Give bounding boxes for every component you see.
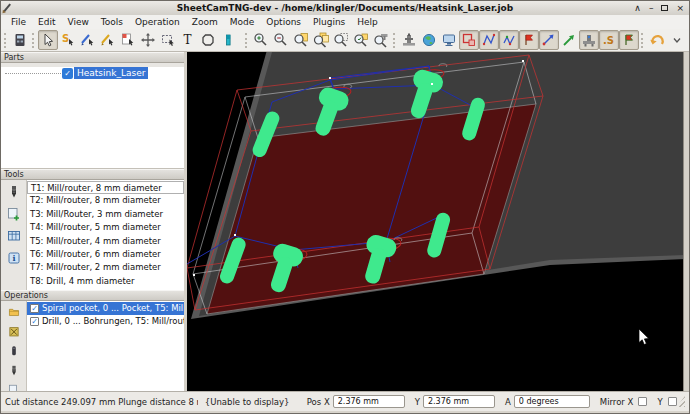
tool-row[interactable]: T6: Mill/router, 6 mm diameter: [27, 248, 184, 261]
post-processor-button[interactable]: [10, 30, 30, 50]
move-tool-button[interactable]: [138, 30, 158, 50]
maximize-button[interactable]: [661, 5, 668, 11]
operation-checkbox[interactable]: ✓: [30, 304, 39, 313]
show-3d-button[interactable]: [419, 30, 439, 50]
tool-info-icon[interactable]: i: [7, 251, 21, 265]
pos-y-field[interactable]: [423, 395, 495, 408]
tool-row[interactable]: T4: Mill/router, 5 mm diameter: [27, 221, 184, 234]
close-button[interactable]: ×: [676, 1, 684, 15]
minimize-button[interactable]: –: [649, 1, 654, 15]
menu-zoom[interactable]: Zoom: [186, 15, 224, 29]
new-tool-icon[interactable]: [7, 207, 21, 221]
main-toolbar: S T: [1, 29, 689, 52]
undo-button[interactable]: [647, 30, 667, 50]
tool-table-icon[interactable]: [7, 229, 21, 243]
tools-panel: i T1: Mill/router, 8 mm diameter T2: Mil…: [1, 180, 184, 290]
zoom-out-button[interactable]: [271, 30, 291, 50]
operations-list[interactable]: ✓ Spiral pocket, 0 ... Pocket, T5: Mill/…: [27, 301, 184, 396]
select-tool-button[interactable]: [38, 30, 58, 50]
svg-text:.S: .S: [603, 35, 614, 46]
toolbar-grip[interactable]: [32, 33, 35, 48]
menu-options[interactable]: Options: [260, 15, 307, 29]
menu-plugins[interactable]: Plugins: [307, 15, 351, 29]
menu-help[interactable]: Help: [351, 15, 384, 29]
mirror-y-checkbox[interactable]: [668, 397, 677, 406]
show-rapid-moves-button[interactable]: [479, 30, 499, 50]
zoom-job-button[interactable]: [311, 30, 331, 50]
operation-row[interactable]: ✓ Spiral pocket, 0 ... Pocket, T5: Mill/…: [27, 302, 184, 315]
material-icon: [461, 32, 477, 48]
menu-tools[interactable]: Tools: [95, 15, 129, 29]
tool-row[interactable]: T2: Mill/router, 8 mm diameter: [27, 194, 184, 207]
toolbar-grip[interactable]: [4, 33, 7, 48]
toolbar-overflow-button[interactable]: [667, 30, 687, 50]
show-2d-button[interactable]: [439, 30, 459, 50]
tools-list[interactable]: T1: Mill/router, 8 mm diameter T2: Mill/…: [27, 180, 184, 290]
operations-panel: ✓ Spiral pocket, 0 ... Pocket, T5: Mill/…: [1, 301, 184, 396]
resize-grip[interactable]: [677, 396, 685, 407]
show-start-points-button[interactable]: [519, 30, 539, 50]
show-flags-button[interactable]: [619, 30, 639, 50]
show-start-button[interactable]: .S: [599, 30, 619, 50]
machine-icon: [401, 32, 417, 48]
tool-row[interactable]: T5: Mill/router, 4 mm diameter: [27, 235, 184, 248]
drill-tool-icon[interactable]: [7, 185, 21, 199]
zoom-in-button[interactable]: [251, 30, 271, 50]
measure-tool-button[interactable]: [218, 30, 238, 50]
menu-mode[interactable]: Mode: [224, 15, 261, 29]
menu-file[interactable]: File: [5, 15, 32, 29]
show-path-directions-button[interactable]: [539, 30, 559, 50]
show-table-button[interactable]: [579, 30, 599, 50]
drill-icon[interactable]: [7, 365, 21, 377]
text-tool-button[interactable]: T: [178, 30, 198, 50]
toolbar-grip[interactable]: [393, 33, 396, 48]
move-arrows-icon: [140, 32, 156, 48]
toolbar-grip[interactable]: [245, 33, 248, 48]
mill-icon[interactable]: [7, 345, 21, 357]
select-box-tool-button[interactable]: [158, 30, 178, 50]
mirror-y-label: Y: [657, 397, 662, 407]
zoom-machine-button[interactable]: [371, 30, 391, 50]
show-machine-button[interactable]: [399, 30, 419, 50]
snap-tool-button[interactable]: S: [58, 30, 78, 50]
rapid-path-icon: [481, 32, 497, 48]
viewport-3d[interactable]: [187, 52, 683, 391]
chevron-down-icon: [669, 32, 685, 48]
tool-row[interactable]: T1: Mill/router, 8 mm diameter: [27, 181, 184, 194]
zoom-window-button[interactable]: [331, 30, 351, 50]
menu-operation[interactable]: Operation: [129, 15, 186, 29]
toolpath-icon: [501, 32, 517, 48]
zoom-job-icon: [313, 32, 329, 48]
new-folder-icon[interactable]: [7, 306, 21, 318]
pos-a-field[interactable]: [514, 395, 590, 408]
tool-row[interactable]: T8: Drill, 4 mm diameter: [27, 275, 184, 288]
edit-points-tool-button[interactable]: [98, 30, 118, 50]
menu-edit[interactable]: Edit: [32, 15, 61, 29]
show-toolpaths-button[interactable]: [499, 30, 519, 50]
menu-view[interactable]: View: [62, 15, 95, 29]
pos-x-field[interactable]: [333, 395, 405, 408]
operation-checkbox[interactable]: ✓: [30, 317, 39, 326]
edit-contour-tool-button[interactable]: [78, 30, 98, 50]
toolbar-grip[interactable]: [641, 33, 644, 48]
engrave-icon[interactable]: [7, 326, 21, 338]
tool-row[interactable]: T7: Mill/router, 2 mm diameter: [27, 261, 184, 274]
pen-cursor-icon: [80, 32, 96, 48]
operation-label: Drill, 0 ... Bohrungen, T5: Mill/router,…: [42, 315, 184, 328]
run-post-button[interactable]: [559, 30, 579, 50]
part-item[interactable]: ✓ Heatsink_Laser: [1, 67, 184, 79]
parts-list[interactable]: ✓ Heatsink_Laser: [1, 67, 184, 169]
title-bar[interactable]: SheetCamTNG-dev - /home/klingler/Documen…: [1, 1, 689, 15]
part-label[interactable]: Heatsink_Laser: [74, 67, 148, 79]
mirror-x-checkbox[interactable]: [638, 397, 647, 406]
shape-tool-button[interactable]: [198, 30, 218, 50]
edit-part-tool-button[interactable]: [118, 30, 138, 50]
zoom-selection-button[interactable]: [351, 30, 371, 50]
show-material-button[interactable]: [459, 30, 479, 50]
tool-row[interactable]: T3: Mill/Router, 3 mm diameter: [27, 208, 184, 221]
zoom-part-button[interactable]: [291, 30, 311, 50]
operation-row[interactable]: ✓ Drill, 0 ... Bohrungen, T5: Mill/route…: [27, 315, 184, 328]
part-checkbox[interactable]: ✓: [62, 68, 73, 79]
shade-button[interactable]: ∧: [634, 1, 641, 15]
svg-text:S: S: [62, 33, 69, 44]
